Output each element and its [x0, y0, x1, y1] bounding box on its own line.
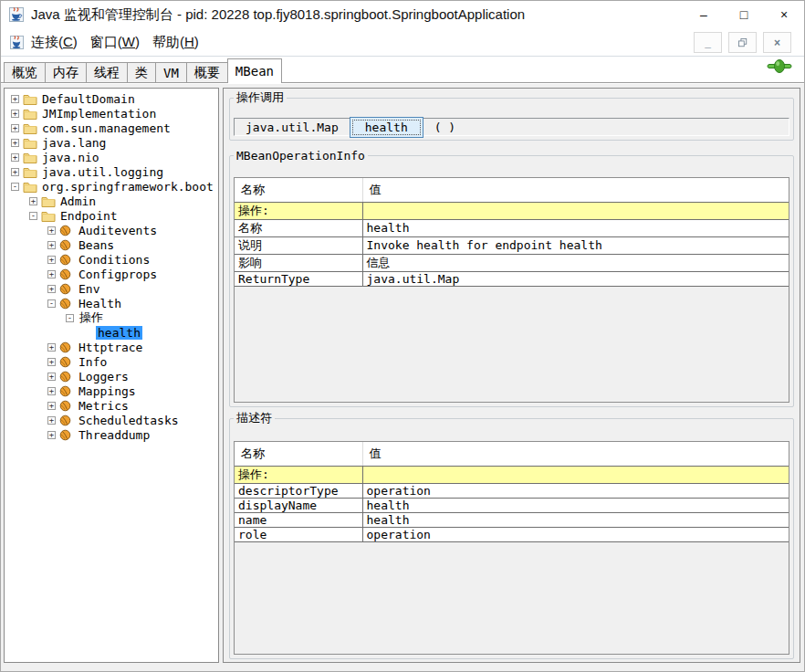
tree-row-java.lang[interactable]: +java.lang: [5, 135, 218, 150]
tree-row-info[interactable]: +Info: [5, 354, 218, 369]
collapse-icon[interactable]: -: [47, 299, 56, 308]
mbean-icon: [59, 428, 74, 441]
tab-mbean[interactable]: MBean: [227, 58, 282, 83]
table-row[interactable]: 名称health: [235, 219, 789, 236]
close-button[interactable]: ×: [764, 1, 804, 28]
expand-icon[interactable]: +: [47, 285, 56, 293]
tree-item-label: Endpoint: [58, 209, 120, 223]
expand-icon[interactable]: +: [11, 110, 19, 118]
table-row[interactable]: 说明Invoke health for endpoint health: [235, 236, 789, 254]
tabs: 概览内存线程类VM概要MBean: [4, 57, 281, 82]
expand-icon[interactable]: +: [11, 139, 19, 147]
expand-icon[interactable]: +: [11, 168, 19, 176]
tree-row-auditevents[interactable]: +Auditevents: [5, 223, 218, 237]
folder-icon: [23, 166, 37, 178]
cell-name: name: [235, 512, 362, 527]
java-cup-icon-small: [8, 34, 25, 50]
tab-概览[interactable]: 概览: [4, 62, 46, 82]
expand-icon[interactable]: +: [47, 416, 56, 425]
tree-row-loggers[interactable]: +Loggers: [5, 369, 218, 383]
java-cup-icon: [8, 6, 25, 23]
collapse-icon[interactable]: -: [29, 212, 37, 220]
folder-icon: [41, 195, 56, 207]
table-row[interactable]: displayNamehealth: [235, 498, 789, 512]
expand-icon[interactable]: +: [47, 256, 56, 264]
tree-row-java.nio[interactable]: +java.nio: [5, 150, 218, 164]
operation-info-table-viewport: 名称值操作: 名称health说明Invoke health for endpo…: [234, 177, 789, 403]
column-header[interactable]: 名称: [235, 178, 362, 202]
expand-icon[interactable]: +: [29, 197, 37, 205]
tree-row-configprops[interactable]: +Configprops: [5, 267, 218, 281]
table-row[interactable]: ReturnTypejava.util.Map: [235, 271, 789, 286]
tree-row-threaddump[interactable]: +Threaddump: [5, 427, 218, 442]
menu-item[interactable]: 帮助(H): [146, 32, 205, 53]
tree-row-mappings[interactable]: +Mappings: [5, 383, 218, 398]
mdi-restore-button[interactable]: [728, 32, 757, 53]
table-row[interactable]: descriptorTypeoperation: [235, 483, 789, 498]
tree-row-jmimplementation[interactable]: +JMImplementation: [5, 106, 218, 121]
table-row[interactable]: 操作:: [235, 466, 789, 483]
tree-row-httptrace[interactable]: +Httptrace: [5, 340, 218, 354]
tab-内存[interactable]: 内存: [45, 62, 87, 82]
tab-类[interactable]: 类: [127, 62, 156, 82]
expand-icon[interactable]: +: [47, 387, 56, 395]
tab-线程[interactable]: 线程: [86, 62, 128, 82]
expand-icon[interactable]: +: [47, 226, 56, 235]
table-row[interactable]: 操作:: [235, 202, 789, 219]
mdi-minimize-button[interactable]: _: [694, 32, 722, 53]
minimize-button[interactable]: –: [684, 1, 724, 28]
tree-item-label: com.sun.management: [40, 121, 172, 135]
tree-row-java.util.logging[interactable]: +java.util.logging: [5, 164, 218, 179]
expand-icon[interactable]: +: [11, 153, 19, 162]
cell-name: 名称: [235, 219, 362, 236]
tree-row-scheduledtasks[interactable]: +Scheduledtasks: [5, 413, 218, 427]
operation-invocation-box: java.util.Map health ( ): [234, 118, 789, 136]
cell-name: role: [235, 527, 362, 541]
expand-icon[interactable]: +: [47, 358, 56, 366]
table-row[interactable]: roleoperation: [235, 527, 789, 541]
expand-icon[interactable]: +: [47, 431, 56, 439]
tree-row-metrics[interactable]: +Metrics: [5, 398, 218, 413]
invoke-health-button[interactable]: health: [350, 117, 423, 138]
tree-row-env[interactable]: +Env: [5, 281, 218, 296]
tree-row-health[interactable]: -Health: [5, 296, 218, 310]
expand-icon[interactable]: +: [47, 241, 56, 249]
mbean-icon: [59, 253, 74, 266]
tab-概要[interactable]: 概要: [186, 62, 228, 82]
mdi-close-button[interactable]: ×: [763, 32, 791, 53]
maximize-button[interactable]: □: [724, 1, 764, 28]
mbean-detail-panel: 操作调用 java.util.Map health ( ) MBeanOpera…: [223, 88, 800, 663]
tree-row-endpoint[interactable]: -Endpoint: [5, 208, 218, 223]
collapse-icon[interactable]: -: [11, 183, 19, 191]
menu-item[interactable]: 窗口(W): [84, 32, 146, 53]
menu-item[interactable]: 连接(C): [25, 32, 84, 53]
column-header[interactable]: 值: [362, 178, 789, 202]
tree-row-操作[interactable]: -操作: [5, 310, 218, 325]
collapse-icon[interactable]: -: [66, 314, 74, 322]
mbean-icon: [59, 371, 71, 383]
tree-row-defaultdomain[interactable]: +DefaultDomain: [5, 91, 218, 106]
expand-icon[interactable]: +: [11, 95, 19, 103]
expand-icon[interactable]: +: [11, 124, 19, 132]
tree-row-com.sun.management[interactable]: +com.sun.management: [5, 121, 218, 135]
expand-icon[interactable]: +: [47, 343, 56, 352]
tree-item-label: Httptrace: [77, 341, 144, 354]
column-header[interactable]: 名称: [235, 442, 362, 466]
tree-row-admin[interactable]: +Admin: [5, 194, 218, 208]
tree-row-org.springframework.boot[interactable]: -org.springframework.boot: [5, 179, 218, 194]
mbean-icon: [59, 268, 74, 280]
expand-icon[interactable]: +: [47, 402, 56, 410]
table-row[interactable]: 影响信息: [235, 254, 789, 271]
tree-row-health[interactable]: health: [5, 325, 218, 340]
column-header[interactable]: 值: [362, 442, 789, 466]
table-row[interactable]: namehealth: [235, 512, 789, 527]
table-header-row: 名称值: [235, 442, 789, 466]
expand-icon[interactable]: +: [47, 270, 56, 278]
menu-items: 连接(C)窗口(W)帮助(H): [25, 32, 205, 53]
tree-row-beans[interactable]: +Beans: [5, 237, 218, 252]
tab-vm[interactable]: VM: [155, 62, 187, 82]
cell-name: ReturnType: [235, 271, 362, 286]
mbean-icon: [59, 297, 74, 310]
tree-row-conditions[interactable]: +Conditions: [5, 252, 218, 267]
expand-icon[interactable]: +: [47, 373, 56, 381]
